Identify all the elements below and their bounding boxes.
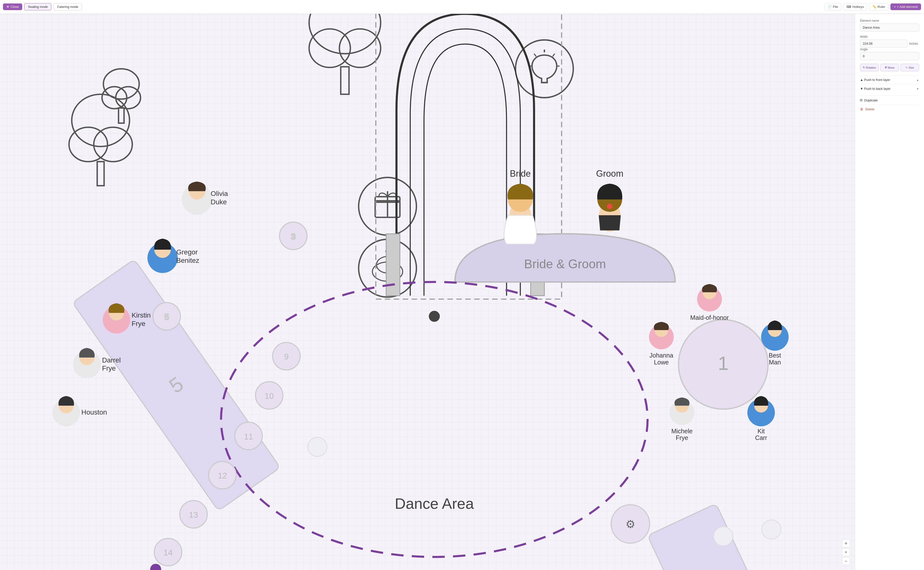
seating-mode-button[interactable]: Seating mode [24, 3, 51, 10]
svg-text:Duke: Duke [210, 198, 227, 206]
svg-text:Olivia: Olivia [210, 190, 228, 198]
catering-mode-button[interactable]: Catering mode [53, 3, 82, 10]
svg-point-4 [309, 14, 346, 54]
canvas-area[interactable]: Bride & Groom Bride [0, 14, 346, 213]
svg-point-8 [103, 69, 139, 99]
close-label: Close [11, 5, 19, 9]
canvas-svg: Bride & Groom Bride [0, 14, 346, 213]
svg-point-6 [339, 29, 346, 67]
toolbar: ✕ Close Seating mode Catering mode 📄 Fil… [0, 0, 346, 14]
svg-rect-11 [118, 108, 124, 123]
close-icon: ✕ [6, 5, 9, 9]
seating-mode-label: Seating mode [28, 5, 48, 9]
svg-point-0 [72, 94, 130, 147]
svg-rect-3 [97, 162, 104, 186]
svg-point-5 [309, 29, 346, 67]
catering-mode-label: Catering mode [57, 5, 78, 9]
svg-rect-7 [341, 67, 346, 94]
close-button[interactable]: ✕ Close [3, 3, 22, 10]
